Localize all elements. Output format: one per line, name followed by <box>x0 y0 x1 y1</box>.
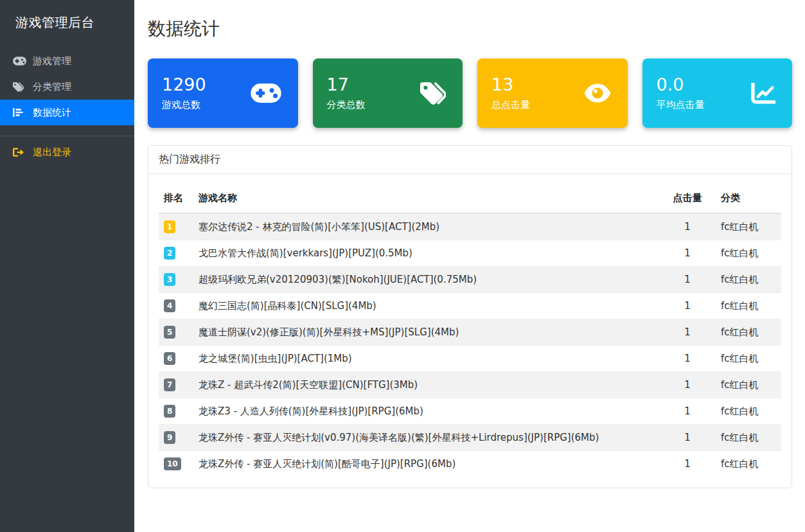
category-value: fc红白机 <box>716 319 781 346</box>
chart-line-icon <box>751 83 775 104</box>
category-value: fc红白机 <box>716 213 781 240</box>
stat-cards: 1290 游戏总数 17 分类总数 <box>148 58 792 128</box>
stat-value: 17 <box>327 75 366 94</box>
game-name: 戈巴水管大作战(简)[verkkars](JP)[PUZ](0.5Mb) <box>193 240 659 267</box>
sidebar-item-label: 数据统计 <box>33 107 71 119</box>
clicks-value: 1 <box>659 293 716 319</box>
category-value: fc红白机 <box>716 425 781 451</box>
category-value: fc红白机 <box>716 372 781 398</box>
rank-badge: 9 <box>164 431 175 444</box>
category-value: fc红白机 <box>716 346 781 372</box>
clicks-value: 1 <box>659 267 716 293</box>
rank-badge: 6 <box>164 352 175 365</box>
rank-cell: 5 <box>159 319 193 346</box>
game-name: 龙珠Z3 - 人造人列传(简)[外星科技](JP)[RPG](6Mb) <box>193 398 659 425</box>
stat-card-total-clicks: 13 总点击量 <box>477 58 628 128</box>
sidebar: 游戏管理后台 游戏管理 <box>0 0 134 532</box>
clicks-value: 1 <box>659 451 716 477</box>
game-name: 龙之城堡(简)[虫虫](JP)[ACT](1Mb) <box>193 346 659 372</box>
clicks-value: 1 <box>659 319 716 346</box>
eye-icon <box>584 84 611 103</box>
rank-badge: 5 <box>164 326 175 339</box>
rank-badge: 2 <box>164 247 175 260</box>
stat-card-total-categories: 17 分类总数 <box>313 58 463 128</box>
stat-card-total-games: 1290 游戏总数 <box>148 58 298 128</box>
table-row: 3 超级玛利欧兄弟(v20120903)(繁)[Nokoh](JUE)[ACT]… <box>159 267 781 293</box>
col-header-clicks: 点击量 <box>659 184 716 213</box>
stat-value: 0.0 <box>657 75 705 94</box>
clicks-value: 1 <box>659 398 716 425</box>
table-row: 2 戈巴水管大作战(简)[verkkars](JP)[PUZ](0.5Mb) 1… <box>159 240 781 267</box>
game-name: 魔幻三国志(简)[晶科泰](CN)[SLG](4Mb) <box>193 293 659 319</box>
clicks-value: 1 <box>659 240 716 267</box>
table-row: 9 龙珠Z外传 - 赛亚人灭绝计划(v0.97)(海美译名版)(繁)[外星科技+… <box>159 425 781 451</box>
ranking-table: 排名 游戏名称 点击量 分类 1 塞尔达传说2 - 林克的冒险(简)[小笨笨](… <box>159 184 781 477</box>
rank-badge: 1 <box>164 220 175 233</box>
rank-badge: 4 <box>164 299 175 312</box>
chart-bar-icon <box>13 108 27 117</box>
category-value: fc红白机 <box>716 451 781 477</box>
logout-label: 退出登录 <box>33 146 71 159</box>
main-content: 数据统计 1290 游戏总数 <box>134 0 805 532</box>
sidebar-item-games[interactable]: 游戏管理 <box>0 48 134 74</box>
game-name: 龙珠Z - 超武斗传2(简)[天空联盟](CN)[FTG](3Mb) <box>193 372 659 398</box>
app-layout: 游戏管理后台 游戏管理 <box>0 0 805 532</box>
category-value: fc红白机 <box>716 267 781 293</box>
rank-cell: 2 <box>159 240 193 267</box>
panel-title: 热门游戏排行 <box>148 146 792 174</box>
sidebar-item-label: 游戏管理 <box>33 55 71 67</box>
panel-body: 排名 游戏名称 点击量 分类 1 塞尔达传说2 - 林克的冒险(简)[小笨笨](… <box>148 174 792 488</box>
stat-label: 游戏总数 <box>162 99 206 111</box>
stat-card-text: 13 总点击量 <box>491 75 530 111</box>
clicks-value: 1 <box>659 346 716 372</box>
sidebar-divider <box>0 136 134 136</box>
table-row: 10 龙珠Z外传 - 赛亚人灭绝计划(简)[酷哥电子](JP)[RPG](6Mb… <box>159 451 781 477</box>
game-name: 魔道士阴谋(v2)(修正版)(简)[外星科技+MS](JP)[SLG](4Mb) <box>193 319 659 346</box>
sign-out-icon <box>13 148 27 157</box>
stat-label: 分类总数 <box>327 99 366 111</box>
table-row: 8 龙珠Z3 - 人造人列传(简)[外星科技](JP)[RPG](6Mb) 1 … <box>159 398 781 425</box>
rank-cell: 4 <box>159 293 193 319</box>
stat-card-text: 17 分类总数 <box>327 75 366 111</box>
rank-cell: 3 <box>159 267 193 293</box>
sidebar-item-categories[interactable]: 分类管理 <box>0 74 134 100</box>
clicks-value: 1 <box>659 213 716 240</box>
table-row: 6 龙之城堡(简)[虫虫](JP)[ACT](1Mb) 1 fc红白机 <box>159 346 781 372</box>
sidebar-item-logout[interactable]: 退出登录 <box>0 139 134 165</box>
col-header-category: 分类 <box>716 184 781 213</box>
stat-value: 1290 <box>162 75 206 94</box>
clicks-value: 1 <box>659 425 716 451</box>
col-header-rank: 排名 <box>159 184 193 213</box>
clicks-value: 1 <box>659 372 716 398</box>
page-title: 数据统计 <box>148 17 792 41</box>
sidebar-nav: 游戏管理 分类管理 <box>0 48 134 165</box>
stat-card-text: 1290 游戏总数 <box>162 75 206 111</box>
tags-icon <box>420 82 446 105</box>
rank-badge: 7 <box>164 378 175 391</box>
col-header-name: 游戏名称 <box>193 184 659 213</box>
table-row: 4 魔幻三国志(简)[晶科泰](CN)[SLG](4Mb) 1 fc红白机 <box>159 293 781 319</box>
game-name: 塞尔达传说2 - 林克的冒险(简)[小笨笨](US)[ACT](2Mb) <box>193 213 659 240</box>
stat-label: 平均点击量 <box>657 99 705 111</box>
stat-card-average-clicks: 0.0 平均点击量 <box>642 58 793 128</box>
tags-icon <box>13 82 27 92</box>
rank-cell: 10 <box>159 451 193 477</box>
table-row: 5 魔道士阴谋(v2)(修正版)(简)[外星科技+MS](JP)[SLG](4M… <box>159 319 781 346</box>
rank-cell: 1 <box>159 213 193 240</box>
category-value: fc红白机 <box>716 240 781 267</box>
gamepad-icon <box>251 84 281 103</box>
game-name: 龙珠Z外传 - 赛亚人灭绝计划(简)[酷哥电子](JP)[RPG](6Mb) <box>193 451 659 477</box>
rank-badge: 3 <box>164 273 175 286</box>
ranking-table-body: 1 塞尔达传说2 - 林克的冒险(简)[小笨笨](US)[ACT](2Mb) 1… <box>159 213 781 477</box>
table-row: 1 塞尔达传说2 - 林克的冒险(简)[小笨笨](US)[ACT](2Mb) 1… <box>159 213 781 240</box>
ranking-panel: 热门游戏排行 排名 游戏名称 点击量 分类 1 塞尔达传说2 - 林克的冒险(简… <box>148 145 792 488</box>
table-header-row: 排名 游戏名称 点击量 分类 <box>159 184 781 213</box>
app-title: 游戏管理后台 <box>0 0 134 43</box>
rank-cell: 9 <box>159 425 193 451</box>
game-name: 龙珠Z外传 - 赛亚人灭绝计划(v0.97)(海美译名版)(繁)[外星科技+Li… <box>193 425 659 451</box>
category-value: fc红白机 <box>716 293 781 319</box>
sidebar-item-stats[interactable]: 数据统计 <box>0 100 134 125</box>
category-value: fc红白机 <box>716 398 781 425</box>
stat-value: 13 <box>491 75 530 94</box>
rank-cell: 7 <box>159 372 193 398</box>
